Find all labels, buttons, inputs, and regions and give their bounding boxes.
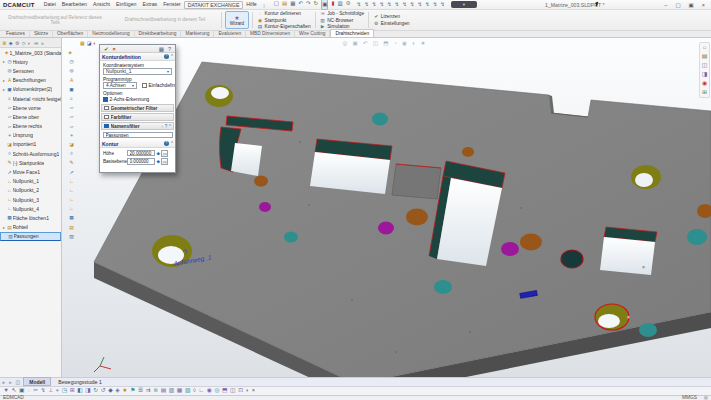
new-document-icon[interactable]: ▢: [274, 0, 279, 10]
tree-item[interactable]: ∟ Nullpunkt_1: [0, 177, 61, 186]
dcamcut-tool-icon[interactable]: ↯: [410, 0, 415, 9]
tree-item[interactable]: ▱ Ebene vorne: [0, 103, 61, 112]
base-plane-spin-button[interactable]: ▭: [161, 158, 168, 165]
maximize-button[interactable]: ▢: [671, 2, 684, 8]
coordinate-system-select[interactable]: Nullpunkt_1 ▾: [103, 68, 172, 75]
flyout-tree-icon[interactable]: ✎: [63, 158, 77, 167]
command-tab[interactable]: Direktbearbeitung: [135, 30, 182, 37]
close-button[interactable]: ×: [698, 2, 709, 8]
flyout-tree-icon[interactable]: ▧: [63, 232, 77, 241]
redo-icon[interactable]: ↷: [306, 0, 311, 10]
display-style-icon[interactable]: ◔: [394, 40, 397, 46]
select-tool-icon[interactable]: ▣: [321, 0, 328, 10]
geometric-filter-group[interactable]: Geometrischer Filter: [101, 104, 174, 112]
flyout-tree-icon[interactable]: ↗: [63, 167, 77, 176]
name-filter-input[interactable]: [103, 132, 173, 139]
stop-icon[interactable]: ▮: [331, 0, 334, 10]
base-plane-input[interactable]: [127, 158, 155, 165]
flyout-tree-icon[interactable]: ◎: [63, 66, 77, 75]
menu-item[interactable]: Ansicht: [90, 1, 113, 9]
tree-item[interactable]: ▸ ▣ Volumenkörper(2): [0, 85, 61, 94]
hide-show-icon[interactable]: ◉: [402, 40, 407, 46]
single-definition-option[interactable]: Einfachdefinition: [140, 83, 176, 88]
view-palette-icon[interactable]: ◨: [702, 70, 708, 79]
flyout-tree-icon[interactable]: ◊: [63, 149, 77, 158]
tree-item[interactable]: ⌖ Ursprung: [0, 131, 61, 140]
ribbon-big-button[interactable]: Drahtschneidbearbeitung in diesem Teil: [112, 11, 218, 29]
view-orientation-icon[interactable]: ⬒: [383, 40, 388, 46]
command-tab[interactable]: Drahtschneiden: [330, 29, 374, 37]
ok-button[interactable]: ✔: [104, 46, 109, 52]
tree-item[interactable]: ≡ Material <nicht festgelegt>: [0, 94, 61, 103]
rebuild-icon[interactable]: ↻: [314, 0, 319, 10]
dcamcut-tool-icon[interactable]: ↯: [440, 0, 445, 9]
step-pocket[interactable]: [392, 164, 441, 199]
chevron-up-icon[interactable]: ^: [171, 141, 173, 146]
command-tab[interactable]: Skizze: [30, 30, 53, 37]
help-icon[interactable]: ?: [165, 124, 168, 129]
menu-item[interactable]: Datei: [41, 1, 59, 9]
flyout-tree-icon[interactable]: ⌖: [63, 131, 77, 140]
section-help-icon[interactable]: ?: [164, 54, 169, 59]
name-filter-group[interactable]: Namensfilter ↑ ? ^: [101, 122, 174, 130]
command-tab[interactable]: Markierung: [181, 30, 214, 37]
section-help-icon[interactable]: ?: [164, 141, 169, 146]
flyout-tree-icon[interactable]: ▣: [63, 85, 77, 94]
zoom-fit-icon[interactable]: ◎: [343, 40, 348, 46]
flyout-tree-icon[interactable]: ◪: [63, 140, 77, 149]
flyout-tree-icon[interactable]: ∟: [63, 195, 77, 204]
flyout-tree-icon[interactable]: ∟: [63, 204, 77, 213]
file-explorer-icon[interactable]: ◫: [702, 61, 708, 70]
columns-icon[interactable]: ▥: [337, 0, 342, 10]
undo-icon[interactable]: ↶: [298, 0, 303, 10]
command-tab[interactable]: Netzmodellierung: [88, 30, 134, 37]
command-tab[interactable]: Oberflächen: [53, 30, 88, 37]
save-icon[interactable]: ▦: [290, 0, 295, 10]
tree-item[interactable]: ◊ Schnitt-Ausformung1: [0, 149, 61, 158]
axis-detection-checkbox[interactable]: [103, 97, 108, 102]
dcamcut-tool-icon[interactable]: ↯: [395, 0, 400, 9]
options-gear-icon[interactable]: ⚙: [346, 0, 351, 10]
hole-teal-5[interactable]: [687, 229, 707, 245]
tree-item[interactable]: ▦ Fläche löschen1: [0, 213, 61, 222]
hole-magenta-3[interactable]: [501, 242, 519, 256]
cam-tree-tab-icon[interactable]: ≔: [34, 40, 39, 46]
menu-item[interactable]: Hilfe: [243, 1, 259, 9]
flyout-tree-icon[interactable]: ◷: [63, 57, 77, 66]
propertymanager-tab-icon[interactable]: ◈: [9, 40, 13, 46]
hole-magenta-2[interactable]: [378, 222, 394, 235]
ribbon-button[interactable]: ⚙ Einstellungen: [373, 20, 409, 27]
color-filter-group[interactable]: Farbfilter: [101, 113, 174, 121]
hole-teal-1[interactable]: [372, 113, 388, 126]
tree-item[interactable]: ∟ Nullpunkt_2: [0, 186, 61, 195]
dimxpert-tab-icon[interactable]: ◇: [22, 40, 26, 46]
chevron-up-icon[interactable]: ^: [171, 54, 173, 59]
home-icon[interactable]: ⌂: [703, 43, 707, 52]
flyout-display-icon[interactable]: ◪: [87, 40, 92, 46]
flyout-tree-icon[interactable]: ∟: [63, 177, 77, 186]
custom-properties-icon[interactable]: ⊞: [702, 88, 707, 97]
wizard-button[interactable]: ★ Wizard: [225, 11, 249, 29]
tree-item[interactable]: ▸ ◷ History: [0, 57, 61, 66]
search-button[interactable]: ▾: [451, 1, 477, 8]
section-header-konturdefinition[interactable]: Konturdefinition ? ^: [100, 53, 175, 61]
dcamcut-tool-icon[interactable]: ↯: [364, 0, 369, 9]
dcamcut-tool-icon[interactable]: ↯: [425, 0, 430, 9]
command-tab[interactable]: Features: [2, 30, 30, 37]
tree-item[interactable]: ◈ 1_Matrize_003 (Standard) <<Standa: [0, 48, 61, 57]
hole-brown-2[interactable]: [406, 209, 428, 226]
menu-item[interactable]: Bearbeiten: [59, 1, 90, 9]
command-tab[interactable]: MBD Dimensionen: [246, 30, 295, 37]
ribbon-button[interactable]: ▤ Kontur-Eigenschaften: [257, 23, 311, 30]
tree-item[interactable]: ▱ Ebene oben: [0, 112, 61, 121]
menu-item[interactable]: Fenster: [160, 1, 184, 9]
dcamcut-tool-icon[interactable]: ↯: [357, 0, 362, 9]
split-view-icon[interactable]: ◫: [16, 379, 21, 385]
axis-detection-option[interactable]: 2-Achs-Erkennung: [100, 96, 175, 103]
restore-button[interactable]: ▣: [685, 2, 698, 8]
tree-item[interactable]: ▧ Passungen: [0, 232, 61, 241]
featuremanager-tab-icon[interactable]: ≣: [2, 40, 6, 46]
dcamcut-tool-icon[interactable]: ↯: [379, 0, 384, 9]
scene-icon[interactable]: ★: [421, 40, 426, 46]
name-filter-checkbox[interactable]: [104, 124, 109, 129]
